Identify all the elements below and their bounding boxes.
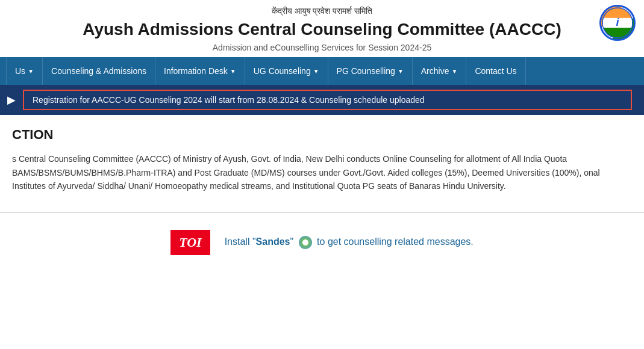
chevron-down-icon: ▼	[28, 68, 34, 75]
page-header: केंद्रीय आयुष प्रवेश परामर्श समिति Ayush…	[0, 0, 644, 57]
sandes-message: to get counselling related messages.	[317, 236, 474, 247]
hindi-title: केंद्रीय आयुष प्रवेश परामर्श समिति	[12, 6, 632, 16]
sandes-banner: TOI Install "Sandes" to get counselling …	[0, 224, 644, 265]
sandes-text: Install "Sandes" to get counselling rela…	[225, 236, 474, 249]
main-title: Ayush Admissions Central Counseling Comm…	[12, 19, 632, 40]
svg-rect-4	[603, 28, 633, 37]
nav-item-ug-counseling[interactable]: UG Counseling ▼	[245, 57, 328, 85]
announcement-box: Registration for AACCC-UG Counseling 202…	[23, 90, 632, 110]
nav-item-us[interactable]: Us ▼	[6, 57, 43, 85]
install-suffix: "	[290, 236, 296, 247]
section-body: s Central Counseling Committee (AACCC) o…	[12, 152, 632, 193]
subtitle: Admission and eCounselling Services for …	[12, 43, 632, 52]
logo-svg: i	[601, 5, 634, 41]
logo-circle: i	[599, 5, 636, 41]
arrow-icon: ▶	[0, 93, 23, 107]
sandes-brand: Sandes	[256, 236, 290, 247]
chevron-down-icon: ▼	[398, 68, 404, 75]
nav-item-archive[interactable]: Archive ▼	[413, 57, 467, 85]
nav-item-pg-counselling[interactable]: PG Counselling ▼	[328, 57, 413, 85]
content-section: CTION s Central Counseling Committee (AA…	[0, 115, 644, 201]
announcement-text: Registration for AACCC-UG Counseling 202…	[33, 95, 425, 105]
chevron-down-icon: ▼	[313, 68, 319, 75]
nav-item-counseling[interactable]: Counseling & Admissions	[43, 57, 155, 85]
chevron-down-icon: ▼	[451, 68, 457, 75]
divider	[0, 212, 644, 213]
chevron-down-icon: ▼	[230, 68, 236, 75]
nav-item-info-desk[interactable]: Information Desk ▼	[155, 57, 245, 85]
logo-area: i	[599, 5, 638, 43]
install-prefix: Install "	[225, 236, 256, 247]
announcement-bar: ▶ Registration for AACCC-UG Counseling 2…	[0, 85, 644, 115]
section-title: CTION	[12, 127, 632, 145]
toi-badge: TOI	[170, 230, 210, 255]
sandes-app-icon	[299, 236, 312, 249]
nav-bar: Us ▼ Counseling & Admissions Information…	[0, 57, 644, 85]
nav-item-contact-us[interactable]: Contact Us	[466, 57, 525, 85]
